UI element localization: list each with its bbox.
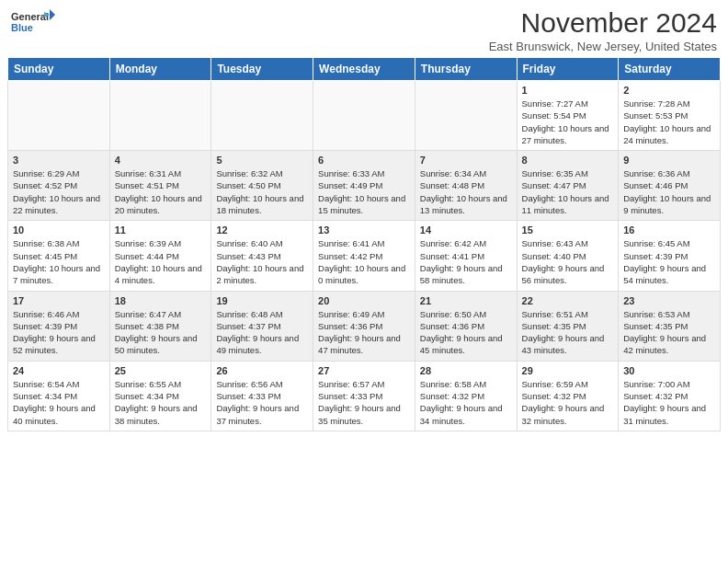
- day-info: Sunrise: 6:43 AM Sunset: 4:40 PM Dayligh…: [522, 237, 614, 286]
- day-number: 27: [318, 365, 410, 376]
- day-cell: 3Sunrise: 6:29 AM Sunset: 4:52 PM Daylig…: [8, 151, 110, 221]
- day-cell: [109, 81, 211, 151]
- day-info: Sunrise: 6:42 AM Sunset: 4:41 PM Dayligh…: [420, 237, 512, 286]
- day-number: 10: [13, 224, 105, 236]
- calendar-week-row: 17Sunrise: 6:46 AM Sunset: 4:39 PM Dayli…: [8, 291, 721, 361]
- day-info: Sunrise: 6:51 AM Sunset: 4:35 PM Dayligh…: [522, 308, 614, 357]
- day-cell: 29Sunrise: 6:59 AM Sunset: 4:32 PM Dayli…: [517, 361, 619, 431]
- day-info: Sunrise: 6:53 AM Sunset: 4:35 PM Dayligh…: [623, 308, 715, 357]
- day-number: 9: [623, 155, 715, 166]
- svg-text:General: General: [11, 11, 49, 22]
- calendar-week-row: 1Sunrise: 7:27 AM Sunset: 5:54 PM Daylig…: [8, 81, 721, 151]
- day-cell: 12Sunrise: 6:40 AM Sunset: 4:43 PM Dayli…: [211, 221, 313, 291]
- day-number: 4: [115, 155, 207, 166]
- day-info: Sunrise: 6:50 AM Sunset: 4:36 PM Dayligh…: [420, 308, 512, 357]
- day-info: Sunrise: 6:32 AM Sunset: 4:50 PM Dayligh…: [216, 167, 308, 216]
- day-number: 13: [318, 224, 410, 236]
- day-info: Sunrise: 6:35 AM Sunset: 4:47 PM Dayligh…: [522, 167, 614, 216]
- day-cell: [313, 81, 415, 151]
- day-cell: [8, 81, 110, 151]
- day-number: 23: [623, 295, 715, 306]
- day-info: Sunrise: 6:58 AM Sunset: 4:32 PM Dayligh…: [420, 378, 512, 427]
- day-cell: 16Sunrise: 6:45 AM Sunset: 4:39 PM Dayli…: [619, 221, 721, 291]
- day-number: 16: [623, 224, 715, 236]
- day-cell: [211, 81, 313, 151]
- day-cell: 5Sunrise: 6:32 AM Sunset: 4:50 PM Daylig…: [211, 151, 313, 221]
- day-cell: 1Sunrise: 7:27 AM Sunset: 5:54 PM Daylig…: [517, 81, 619, 151]
- svg-text:Blue: Blue: [11, 22, 33, 33]
- day-number: 12: [216, 224, 308, 236]
- day-number: 8: [522, 155, 614, 166]
- col-sunday: Sunday: [8, 58, 110, 81]
- day-cell: 15Sunrise: 6:43 AM Sunset: 4:40 PM Dayli…: [517, 221, 619, 291]
- day-number: 7: [420, 155, 512, 166]
- day-info: Sunrise: 6:54 AM Sunset: 4:34 PM Dayligh…: [13, 378, 105, 427]
- day-number: 24: [13, 365, 105, 376]
- calendar-week-row: 3Sunrise: 6:29 AM Sunset: 4:52 PM Daylig…: [8, 151, 721, 221]
- day-cell: 11Sunrise: 6:39 AM Sunset: 4:44 PM Dayli…: [109, 221, 211, 291]
- day-cell: 21Sunrise: 6:50 AM Sunset: 4:36 PM Dayli…: [415, 291, 517, 361]
- month-title: November 2024: [489, 7, 717, 38]
- calendar-table: Sunday Monday Tuesday Wednesday Thursday…: [7, 57, 721, 431]
- day-number: 15: [522, 224, 614, 236]
- logo-icon: General Blue: [11, 7, 55, 42]
- col-thursday: Thursday: [415, 58, 517, 81]
- day-info: Sunrise: 6:57 AM Sunset: 4:33 PM Dayligh…: [318, 378, 410, 427]
- day-number: 6: [318, 155, 410, 166]
- day-number: 14: [420, 224, 512, 236]
- day-number: 21: [420, 295, 512, 306]
- day-number: 25: [115, 365, 207, 376]
- day-cell: 18Sunrise: 6:47 AM Sunset: 4:38 PM Dayli…: [109, 291, 211, 361]
- calendar-wrapper: Sunday Monday Tuesday Wednesday Thursday…: [0, 57, 728, 437]
- day-number: 17: [13, 295, 105, 306]
- day-cell: [415, 81, 517, 151]
- day-cell: 24Sunrise: 6:54 AM Sunset: 4:34 PM Dayli…: [8, 361, 110, 431]
- day-info: Sunrise: 6:47 AM Sunset: 4:38 PM Dayligh…: [115, 308, 207, 357]
- day-cell: 17Sunrise: 6:46 AM Sunset: 4:39 PM Dayli…: [8, 291, 110, 361]
- day-info: Sunrise: 6:34 AM Sunset: 4:48 PM Dayligh…: [420, 167, 512, 216]
- day-info: Sunrise: 6:39 AM Sunset: 4:44 PM Dayligh…: [115, 237, 207, 286]
- day-number: 3: [13, 155, 105, 166]
- col-wednesday: Wednesday: [313, 58, 415, 81]
- day-cell: 7Sunrise: 6:34 AM Sunset: 4:48 PM Daylig…: [415, 151, 517, 221]
- day-number: 28: [420, 365, 512, 376]
- day-info: Sunrise: 6:56 AM Sunset: 4:33 PM Dayligh…: [216, 378, 308, 427]
- header-row: Sunday Monday Tuesday Wednesday Thursday…: [8, 58, 721, 81]
- day-cell: 8Sunrise: 6:35 AM Sunset: 4:47 PM Daylig…: [517, 151, 619, 221]
- day-number: 26: [216, 365, 308, 376]
- day-cell: 27Sunrise: 6:57 AM Sunset: 4:33 PM Dayli…: [313, 361, 415, 431]
- calendar-week-row: 10Sunrise: 6:38 AM Sunset: 4:45 PM Dayli…: [8, 221, 721, 291]
- day-number: 19: [216, 295, 308, 306]
- day-cell: 4Sunrise: 6:31 AM Sunset: 4:51 PM Daylig…: [109, 151, 211, 221]
- day-info: Sunrise: 6:49 AM Sunset: 4:36 PM Dayligh…: [318, 308, 410, 357]
- day-cell: 28Sunrise: 6:58 AM Sunset: 4:32 PM Dayli…: [415, 361, 517, 431]
- day-number: 1: [522, 85, 614, 96]
- day-info: Sunrise: 7:28 AM Sunset: 5:53 PM Dayligh…: [623, 98, 715, 146]
- day-info: Sunrise: 6:48 AM Sunset: 4:37 PM Dayligh…: [216, 308, 308, 357]
- day-info: Sunrise: 7:27 AM Sunset: 5:54 PM Dayligh…: [522, 98, 614, 146]
- day-cell: 20Sunrise: 6:49 AM Sunset: 4:36 PM Dayli…: [313, 291, 415, 361]
- col-friday: Friday: [517, 58, 619, 81]
- day-info: Sunrise: 6:41 AM Sunset: 4:42 PM Dayligh…: [318, 237, 410, 286]
- col-monday: Monday: [109, 58, 211, 81]
- day-cell: 30Sunrise: 7:00 AM Sunset: 4:32 PM Dayli…: [619, 361, 721, 431]
- day-cell: 9Sunrise: 6:36 AM Sunset: 4:46 PM Daylig…: [619, 151, 721, 221]
- day-number: 20: [318, 295, 410, 306]
- day-info: Sunrise: 6:45 AM Sunset: 4:39 PM Dayligh…: [623, 237, 715, 286]
- day-cell: 25Sunrise: 6:55 AM Sunset: 4:34 PM Dayli…: [109, 361, 211, 431]
- day-number: 29: [522, 365, 614, 376]
- day-info: Sunrise: 6:55 AM Sunset: 4:34 PM Dayligh…: [115, 378, 207, 427]
- day-cell: 14Sunrise: 6:42 AM Sunset: 4:41 PM Dayli…: [415, 221, 517, 291]
- day-number: 11: [115, 224, 207, 236]
- day-cell: 23Sunrise: 6:53 AM Sunset: 4:35 PM Dayli…: [619, 291, 721, 361]
- col-saturday: Saturday: [619, 58, 721, 81]
- day-cell: 10Sunrise: 6:38 AM Sunset: 4:45 PM Dayli…: [8, 221, 110, 291]
- day-info: Sunrise: 6:33 AM Sunset: 4:49 PM Dayligh…: [318, 167, 410, 216]
- day-info: Sunrise: 7:00 AM Sunset: 4:32 PM Dayligh…: [623, 378, 715, 427]
- day-info: Sunrise: 6:29 AM Sunset: 4:52 PM Dayligh…: [13, 167, 105, 216]
- day-number: 2: [623, 85, 715, 96]
- day-number: 18: [115, 295, 207, 306]
- day-cell: 2Sunrise: 7:28 AM Sunset: 5:53 PM Daylig…: [619, 81, 721, 151]
- day-info: Sunrise: 6:40 AM Sunset: 4:43 PM Dayligh…: [216, 237, 308, 286]
- day-cell: 13Sunrise: 6:41 AM Sunset: 4:42 PM Dayli…: [313, 221, 415, 291]
